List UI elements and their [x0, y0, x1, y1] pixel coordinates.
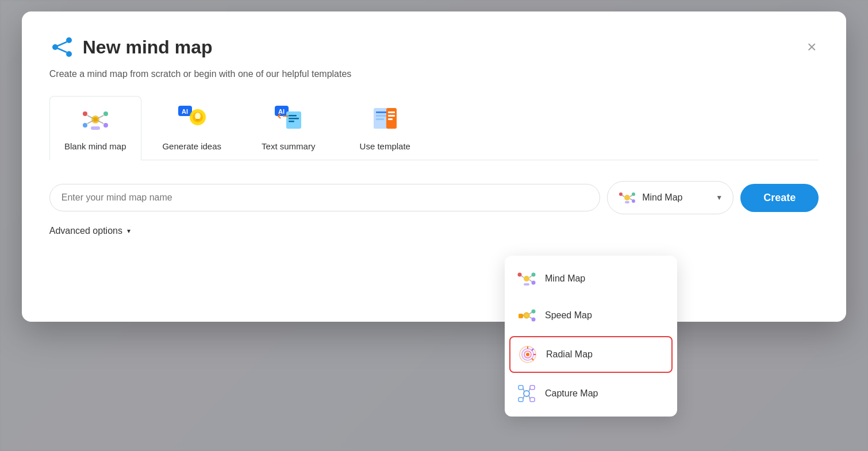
- svg-rect-34: [388, 111, 395, 113]
- svg-point-6: [93, 117, 98, 122]
- svg-line-49: [521, 276, 524, 277]
- svg-rect-35: [388, 115, 395, 117]
- tab-blank-label: Blank mind map: [64, 141, 126, 151]
- form-row: Mind Map ▼ Create: [49, 181, 819, 214]
- svg-rect-44: [625, 201, 629, 203]
- svg-point-46: [518, 273, 522, 277]
- svg-rect-31: [376, 115, 387, 117]
- svg-rect-26: [289, 118, 299, 120]
- svg-line-59: [529, 317, 532, 318]
- svg-point-9: [103, 123, 108, 128]
- svg-line-4: [57, 48, 67, 52]
- svg-point-10: [83, 123, 87, 128]
- svg-rect-69: [519, 386, 523, 390]
- svg-rect-71: [519, 398, 523, 402]
- svg-line-42: [630, 195, 632, 196]
- svg-point-63: [526, 353, 529, 356]
- svg-point-20: [195, 113, 201, 120]
- dropdown-speed-map-label: Speed Map: [545, 310, 592, 321]
- svg-line-74: [529, 388, 530, 392]
- svg-line-58: [529, 313, 532, 314]
- dropdown-mind-map-label: Mind Map: [545, 273, 585, 284]
- svg-rect-24: [286, 111, 301, 129]
- svg-rect-36: [388, 118, 393, 120]
- advanced-options-toggle[interactable]: Advanced options ▾: [49, 226, 819, 236]
- svg-rect-32: [376, 118, 384, 120]
- dropdown-radial-map-label: Radial Map: [546, 349, 593, 360]
- svg-line-51: [529, 280, 532, 282]
- svg-line-13: [98, 121, 103, 124]
- dropdown-radial-map-icon: [517, 344, 538, 365]
- use-template-icon: [369, 103, 401, 136]
- svg-point-7: [83, 111, 87, 116]
- svg-point-37: [624, 195, 630, 201]
- dropdown-item-speed-map[interactable]: Speed Map: [505, 297, 677, 334]
- svg-point-48: [532, 281, 536, 285]
- tab-use-template[interactable]: Use template: [339, 96, 431, 160]
- svg-text:AI: AI: [182, 108, 188, 115]
- tab-text-summary[interactable]: AI Text summary: [243, 96, 335, 160]
- modal-backdrop: New mind map × Create a mind map from sc…: [0, 0, 868, 451]
- svg-line-14: [87, 121, 93, 124]
- modal-header: New mind map ×: [49, 34, 819, 60]
- svg-rect-70: [530, 386, 535, 390]
- map-type-label: Mind Map: [642, 192, 710, 203]
- chevron-down-icon: ▼: [716, 194, 723, 202]
- svg-line-41: [622, 195, 624, 196]
- modal-title: New mind map: [83, 37, 213, 58]
- dropdown-item-radial-map[interactable]: Radial Map: [509, 336, 673, 373]
- dropdown-capture-map-label: Capture Map: [545, 388, 598, 399]
- dropdown-capture-map-icon: [516, 383, 537, 404]
- svg-line-76: [529, 395, 530, 399]
- dropdown-speed-map-icon: [516, 305, 537, 326]
- advanced-options-chevron-icon: ▾: [127, 227, 130, 235]
- tab-bar: Blank mind map AI Generate ideas: [49, 95, 819, 160]
- mind-map-name-input[interactable]: [49, 184, 600, 211]
- svg-rect-27: [289, 121, 294, 122]
- svg-line-67: [532, 359, 533, 360]
- svg-line-75: [523, 395, 524, 399]
- svg-point-55: [532, 310, 536, 314]
- advanced-options-label: Advanced options: [49, 226, 122, 236]
- create-button[interactable]: Create: [740, 184, 819, 212]
- svg-rect-72: [530, 398, 535, 402]
- svg-line-3: [57, 42, 67, 46]
- blank-mind-map-icon: [79, 103, 112, 136]
- svg-point-54: [524, 313, 529, 318]
- modal-subtitle: Create a mind map from scratch or begin …: [49, 69, 819, 79]
- text-summary-icon: AI: [272, 103, 305, 136]
- svg-point-1: [66, 37, 72, 43]
- svg-text:AI: AI: [278, 108, 285, 115]
- tab-template-label: Use template: [360, 141, 410, 151]
- svg-point-47: [532, 273, 536, 277]
- map-type-dropdown: Mind Map Speed Map Radial Map: [505, 256, 677, 417]
- map-type-dropdown-trigger[interactable]: Mind Map ▼: [607, 181, 733, 214]
- svg-rect-15: [91, 126, 100, 130]
- svg-point-2: [66, 51, 72, 57]
- svg-line-43: [630, 199, 632, 200]
- svg-rect-52: [524, 283, 529, 286]
- svg-point-0: [52, 44, 58, 50]
- svg-rect-53: [519, 314, 523, 318]
- dropdown-item-mind-map[interactable]: Mind Map: [505, 260, 677, 297]
- title-group: New mind map: [49, 34, 213, 60]
- svg-rect-21: [196, 119, 199, 121]
- svg-rect-25: [289, 115, 297, 117]
- app-logo-icon: [49, 34, 75, 60]
- close-button[interactable]: ×: [805, 37, 819, 57]
- svg-point-45: [524, 276, 529, 282]
- tab-blank-mind-map[interactable]: Blank mind map: [49, 96, 141, 160]
- tab-text-summary-label: Text summary: [262, 141, 315, 151]
- svg-line-12: [98, 115, 103, 118]
- dropdown-mind-map-icon: [516, 268, 537, 289]
- tab-generate-ideas[interactable]: AI Generate ideas: [146, 96, 238, 160]
- svg-line-50: [529, 276, 532, 277]
- svg-line-73: [523, 388, 524, 392]
- dropdown-item-capture-map[interactable]: Capture Map: [505, 375, 677, 412]
- svg-point-8: [103, 111, 108, 116]
- svg-line-65: [532, 349, 533, 350]
- svg-point-56: [532, 318, 536, 322]
- tab-generate-label: Generate ideas: [162, 141, 221, 151]
- svg-rect-30: [376, 111, 387, 113]
- generate-ideas-icon: AI: [176, 103, 208, 136]
